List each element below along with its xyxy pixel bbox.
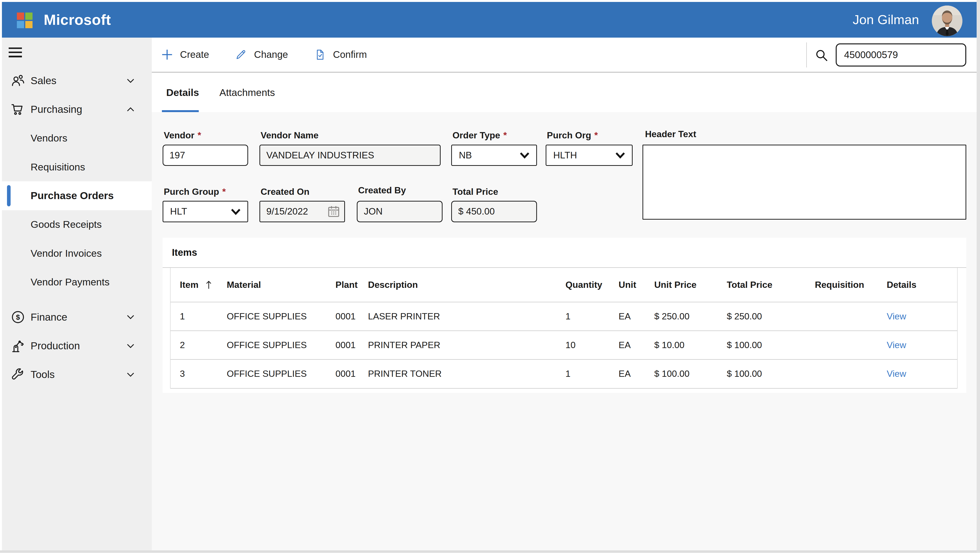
sidebar-item-vendor-invoices[interactable]: Vendor Invoices (2, 239, 152, 268)
header-text-field[interactable] (643, 145, 966, 220)
sidebar-nav: Sales Purchasing (2, 66, 152, 389)
sidebar-item-vendors[interactable]: Vendors (2, 124, 152, 153)
create-button[interactable]: Create (161, 49, 209, 61)
document-check-icon (313, 48, 326, 61)
column-header-unit[interactable]: Unit (619, 280, 654, 290)
cell-unit-price: $ 250.00 (654, 311, 727, 322)
items-title: Items (172, 247, 197, 258)
chevron-down-icon (124, 311, 137, 323)
cell-description: PRINTER TONER (368, 368, 565, 379)
cell-material: OFFICE SUPPLIES (227, 340, 335, 350)
toolbar-divider (806, 42, 807, 67)
column-header-material[interactable]: Material (227, 280, 335, 290)
microsoft-logo-icon (17, 13, 32, 28)
people-icon (10, 73, 26, 88)
chevron-down-icon (124, 75, 137, 87)
sidebar-item-sales[interactable]: Sales (2, 66, 152, 95)
create-button-label: Create (180, 49, 209, 60)
vendor-name-field: VANDELAY INDUSTRIES (259, 145, 441, 166)
hamburger-menu-icon[interactable] (9, 48, 22, 58)
table-row: 1 OFFICE SUPPLIES 0001 LASER PRINTER 1 E… (170, 302, 957, 331)
tab-label: Attachments (220, 87, 275, 98)
column-header-total-price[interactable]: Total Price (727, 280, 815, 290)
created-on-field: 9/15/2022 (259, 201, 345, 222)
column-header-plant[interactable]: Plant (336, 280, 368, 290)
created-by-field: JON (357, 201, 442, 222)
sidebar-item-finance[interactable]: $ Finance (2, 303, 152, 331)
command-bar: Create Change Confirm (152, 38, 977, 73)
chevron-down-icon (124, 339, 137, 352)
cell-total-price: $ 100.00 (727, 368, 815, 379)
sidebar-item-vendor-payments[interactable]: Vendor Payments (2, 268, 152, 296)
active-tab-underline (162, 110, 199, 112)
change-button-label: Change (254, 49, 288, 60)
vertical-scrollbar-track[interactable] (977, 0, 980, 553)
cell-unit-price: $ 10.00 (654, 340, 727, 350)
search-input[interactable] (836, 43, 966, 67)
cell-description: LASER PRINTER (368, 311, 565, 322)
cell-material: OFFICE SUPPLIES (227, 368, 335, 379)
selected-indicator (7, 185, 11, 206)
confirm-button[interactable]: Confirm (313, 48, 367, 61)
main-area: Create Change Confirm (152, 38, 977, 550)
cell-total-price: $ 250.00 (727, 311, 815, 322)
column-header-details[interactable]: Details (887, 280, 958, 290)
view-details-link[interactable]: View (887, 368, 958, 379)
sidebar-item-purchase-orders[interactable]: Purchase Orders (2, 181, 152, 210)
purch-group-select[interactable]: HLT (162, 201, 248, 222)
app-header: Microsoft Jon Gilman (2, 2, 977, 38)
cell-unit-price: $ 100.00 (654, 368, 727, 379)
cell-item: 2 (170, 340, 227, 350)
purch-org-label: Purch Org* (547, 130, 598, 140)
column-header-unit-price[interactable]: Unit Price (654, 280, 727, 290)
cell-quantity: 1 (565, 368, 619, 379)
sidebar-item-purchasing[interactable]: Purchasing (2, 95, 152, 124)
column-header-requisition[interactable]: Requisition (815, 280, 886, 290)
sidebar-item-production[interactable]: Production (2, 331, 152, 360)
cell-unit: EA (619, 340, 654, 350)
logo-square-yellow (25, 21, 32, 28)
view-details-link[interactable]: View (887, 311, 958, 322)
chevron-down-icon (519, 149, 530, 161)
confirm-button-label: Confirm (333, 49, 367, 60)
table-row: 3 OFFICE SUPPLIES 0001 PRINTER TONER 1 E… (170, 360, 957, 388)
column-header-item[interactable]: Item (170, 279, 227, 290)
tab-attachments[interactable]: Attachments (220, 73, 275, 110)
order-type-label: Order Type* (452, 130, 507, 140)
view-details-link[interactable]: View (887, 340, 958, 350)
avatar[interactable] (932, 6, 963, 36)
chevron-down-icon (614, 149, 626, 161)
vendor-field[interactable] (162, 145, 248, 166)
table-header-row: Item Material Plant Description Quantity… (170, 268, 957, 302)
tab-details[interactable]: Details (162, 73, 203, 110)
cell-material: OFFICE SUPPLIES (227, 311, 335, 322)
sidebar-item-label: Production (30, 340, 80, 352)
cell-description: PRINTER PAPER (368, 340, 565, 350)
required-marker: * (594, 130, 598, 140)
sidebar-item-label: Tools (30, 368, 55, 380)
change-button[interactable]: Change (235, 48, 288, 61)
tab-bar: Details Attachments (152, 73, 977, 110)
horizontal-scrollbar-track[interactable] (0, 550, 977, 553)
total-price-label: Total Price (452, 186, 498, 197)
cell-plant: 0001 (336, 340, 368, 350)
search-icon[interactable] (815, 48, 828, 62)
dollar-icon: $ (10, 309, 26, 325)
required-marker: * (222, 186, 226, 197)
cell-quantity: 10 (565, 340, 619, 350)
created-on-label: Created On (261, 186, 310, 197)
column-header-description[interactable]: Description (368, 280, 565, 290)
column-header-quantity[interactable]: Quantity (565, 280, 619, 290)
svg-text:$: $ (16, 313, 20, 321)
sort-ascending-icon (204, 279, 213, 290)
vendor-name-label: Vendor Name (261, 130, 318, 140)
sidebar-item-requisitions[interactable]: Requisitions (2, 153, 152, 181)
plus-icon (161, 49, 173, 61)
sidebar-item-label: Purchase Orders (30, 190, 114, 202)
purch-org-select[interactable]: HLTH (546, 145, 633, 166)
user-name: Jon Gilman (853, 2, 919, 38)
sidebar-item-tools[interactable]: Tools (2, 360, 152, 389)
order-type-select[interactable]: NB (451, 145, 537, 166)
sidebar-item-goods-receipts[interactable]: Goods Receipts (2, 210, 152, 239)
sidebar-item-label: Vendors (30, 132, 67, 144)
